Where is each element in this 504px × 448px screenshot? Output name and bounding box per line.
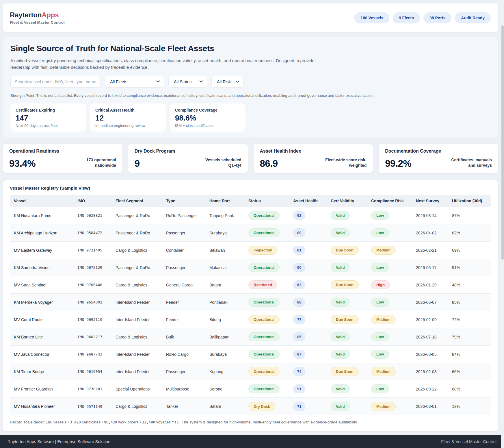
compliance-risk-badge: Medium (371, 246, 396, 255)
status-badge: Operational (248, 350, 280, 359)
cert-validity-badge: Valid (331, 211, 350, 220)
fleet-segment: Passenger & RoRo (111, 224, 162, 242)
table-footnote: Record scale target: 186 vessels • 3,420… (10, 420, 491, 424)
app-footer: Rayterton Apps Software | Enterprise Sof… (0, 435, 504, 448)
search-input[interactable] (10, 76, 101, 88)
vessel-name: MV Strait Sentinel (10, 276, 73, 294)
next-survey-date: 2026-02-21 (412, 242, 448, 259)
kpi-title: Documentation Coverage (385, 149, 492, 154)
stat-subtitle: Immediate engineering review (95, 123, 161, 128)
vessel-type: Passenger (162, 259, 205, 276)
compliance-risk-badge: Low (371, 298, 389, 307)
next-survey-date: 2026-01-29 (412, 276, 448, 294)
vessel-imo: IMO 9687743 (73, 346, 111, 363)
table-row: MV Eastern GatewayIMO 9721405Cargo & Log… (10, 242, 491, 259)
kpi-value: 9 (135, 159, 140, 168)
utilization-value: 82% (448, 224, 491, 242)
fleet-filter-select[interactable]: All Fleets (105, 76, 164, 88)
home-port: Makassar (205, 259, 244, 276)
vessel-type: Passenger (162, 224, 205, 242)
vessel-name: KM Merdeka Voyager (10, 294, 73, 311)
cert-validity-badge: Valid (331, 228, 350, 237)
app-header: RaytertonApps Fleet & Vessel Master Cont… (3, 3, 498, 32)
footer-left-text: Rayterton Apps Software | Enterprise Sof… (8, 439, 110, 444)
kpi-operational-readiness: Operational Readiness 93.4% 173 operatio… (3, 144, 122, 173)
risk-filter-select[interactable]: All Risk (211, 76, 244, 88)
vessel-imo: IMO 9675129 (73, 259, 111, 276)
app-subtitle: Fleet & Vessel Master Control (10, 20, 65, 25)
utilization-value: 69% (448, 242, 491, 259)
asset-health-badge: 71 (293, 402, 305, 411)
kpi-note: 173 operational nationwide (73, 157, 116, 168)
col-header-status: Status (244, 195, 289, 207)
audit-ready-badge: Audit Ready (455, 12, 491, 23)
table-row: MV Nusantara PioneerIMO 9571149Cargo & L… (10, 398, 491, 415)
vessel-name: KM Samudra Vision (10, 259, 73, 276)
kpi-note: Vessels scheduled Q1–Q4 (198, 157, 241, 168)
col-header-vessel: Vessel (10, 195, 73, 207)
utilization-value: 85% (448, 294, 491, 311)
utilization-value: 72% (448, 311, 491, 328)
kpi-value: 99.2% (385, 159, 411, 168)
home-port: Bitung (205, 311, 244, 328)
next-survey-date: 2026-08-05 (412, 346, 448, 363)
table-row: KM Timor BridgeIMO 9619054Inter-Island F… (10, 363, 491, 380)
compliance-risk-badge: High (371, 280, 390, 289)
scrollbar[interactable] (501, 0, 504, 448)
vessel-name: MV Java Connector (10, 346, 73, 363)
compliance-risk-badge: Medium (371, 367, 396, 376)
header-badges: 186 Vessels 9 Fleets 38 Ports Audit Read… (354, 12, 491, 23)
asset-health-badge: 87 (293, 350, 305, 359)
kpi-value: 93.4% (9, 159, 36, 168)
kpi-documentation-coverage: Documentation Coverage 99.2% Certificate… (379, 144, 498, 173)
filter-bar: All Fleets All Status All Risk (10, 76, 491, 88)
status-badge: Operational (248, 228, 280, 237)
table-row: KM Archipelago HorizonIMO 9584472Passeng… (10, 224, 491, 242)
compliance-risk-badge: Low (371, 332, 389, 341)
kpi-row: Operational Readiness 93.4% 173 operatio… (3, 144, 498, 173)
stat-title: Critical Asset Health (95, 108, 161, 112)
vessel-type: Multipurpose (162, 380, 205, 398)
asset-health-badge: 91 (293, 384, 305, 393)
status-filter-value: All Status (174, 79, 191, 84)
brand-accent: Apps (42, 11, 59, 19)
cert-validity-badge: Valid (331, 402, 350, 411)
scrollbar-thumb[interactable] (501, 25, 504, 260)
vessel-name: KM Timor Bridge (10, 363, 73, 380)
stat-card-certificates-expiring: Certificates Expiring 147 Next 90 days a… (10, 103, 86, 132)
vessel-imo: IMO 9638821 (73, 207, 111, 224)
chevron-down-icon (199, 80, 203, 83)
next-survey-date: 2026-02-09 (412, 311, 448, 328)
compliance-risk-badge: Low (371, 211, 389, 220)
kpi-title: Asset Health Index (260, 149, 367, 154)
asset-health-badge: 74 (293, 367, 305, 376)
fleet-segment: Inter-Island Feeder (111, 346, 162, 363)
next-survey-date: 2026-04-02 (412, 224, 448, 242)
fleet-segment: Inter-Island Feeder (111, 311, 162, 328)
table-header-row: Vessel IMO Fleet Segment Type Home Port … (10, 195, 491, 207)
utilization-value: 12% (448, 398, 491, 415)
fleet-segment: Cargo & Logistics (111, 276, 162, 294)
footer-right-text: Fleet & Vessel Master Control (441, 439, 496, 444)
vessel-type: Feeder (162, 294, 205, 311)
vessel-type: RoRo Cargo (162, 346, 205, 363)
asset-health-badge: 85 (293, 332, 305, 341)
status-badge: Operational (248, 211, 280, 220)
col-header-imo: IMO (73, 195, 111, 207)
fleets-count-badge: 9 Fleets (393, 12, 420, 23)
status-filter-select[interactable]: All Status (168, 76, 207, 88)
vessel-name: MV Nusantara Pioneer (10, 398, 73, 415)
brand-block: RaytertonApps Fleet & Vessel Master Cont… (10, 11, 65, 25)
stat-value: 98.6% (175, 114, 240, 123)
vessel-imo: IMO 9738201 (73, 380, 111, 398)
utilization-value: 79% (448, 328, 491, 346)
asset-health-badge: 90 (293, 263, 305, 272)
home-port: Surabaya (205, 224, 244, 242)
fleet-segment: Special Operations (111, 380, 162, 398)
utilization-value: 88% (448, 380, 491, 398)
next-survey-date: 2026-05-11 (412, 259, 448, 276)
cert-validity-badge: Valid (331, 263, 350, 272)
next-survey-date: 2026-09-22 (412, 380, 448, 398)
vessel-imo: IMO 9721405 (73, 242, 111, 259)
fleet-segment: Inter-Island Feeder (111, 363, 162, 380)
